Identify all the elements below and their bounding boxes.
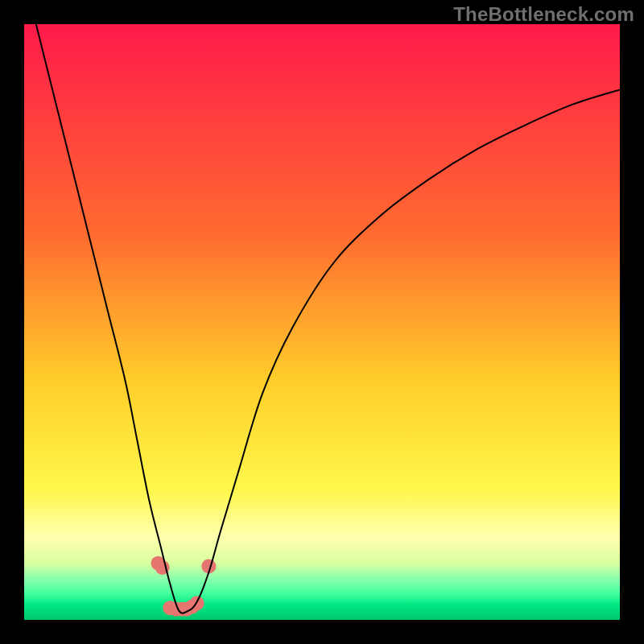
gradient-background	[24, 24, 620, 620]
watermark-text: TheBottleneck.com	[453, 3, 634, 26]
bottleneck-chart	[24, 24, 620, 620]
outer-frame: TheBottleneck.com	[0, 0, 644, 644]
plot-area	[24, 24, 620, 620]
